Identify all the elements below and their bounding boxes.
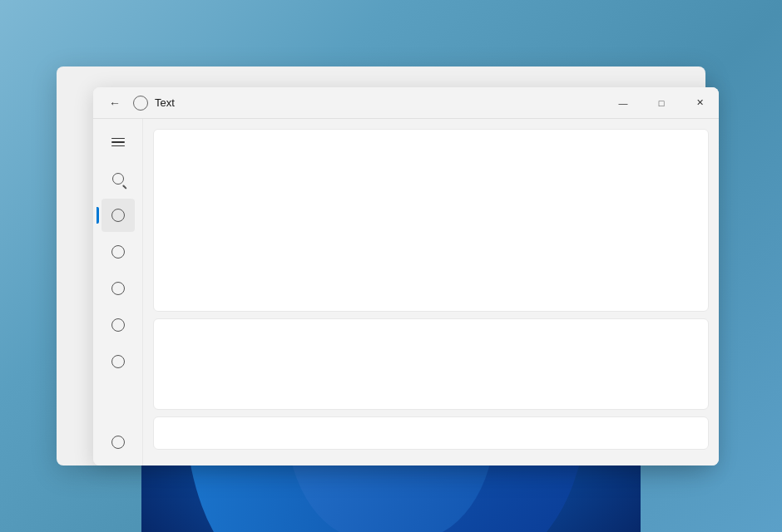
content-panel-3	[153, 416, 709, 450]
main-window: ← Text — □ ✕	[93, 87, 719, 466]
title-bar: ← Text — □ ✕	[93, 87, 719, 119]
content-panel-1	[153, 129, 709, 312]
minimize-button[interactable]: —	[604, 87, 642, 119]
title-icon	[133, 96, 148, 111]
sidebar-item-3[interactable]	[101, 272, 135, 305]
content-area	[143, 119, 719, 466]
nav-circle-icon-5	[111, 355, 125, 368]
sidebar-item-search[interactable]	[101, 162, 135, 195]
window-title: Text	[155, 96, 175, 109]
sidebar-item-2[interactable]	[101, 235, 135, 268]
close-button[interactable]: ✕	[681, 87, 719, 119]
maximize-icon: □	[659, 98, 665, 108]
sidebar-item-5[interactable]	[101, 345, 135, 378]
back-button[interactable]: ←	[103, 91, 126, 115]
minimize-icon: —	[619, 98, 628, 108]
maximize-button[interactable]: □	[642, 87, 681, 119]
window-body	[93, 119, 719, 466]
title-bar-left: ← Text	[103, 91, 604, 115]
nav-circle-icon-6	[111, 436, 125, 449]
window-controls: — □ ✕	[604, 87, 719, 119]
sidebar-item-menu[interactable]	[101, 126, 135, 159]
nav-circle-icon-2	[111, 245, 125, 259]
content-panel-2	[153, 318, 709, 410]
sidebar-item-4[interactable]	[101, 308, 135, 342]
back-icon: ←	[109, 96, 121, 110]
hamburger-icon	[111, 138, 125, 147]
sidebar-item-6[interactable]	[101, 426, 135, 459]
nav-circle-icon-4	[111, 318, 125, 332]
sidebar	[93, 119, 143, 466]
search-icon	[112, 173, 124, 185]
close-icon: ✕	[696, 97, 704, 108]
nav-circle-icon-1	[111, 209, 125, 222]
nav-circle-icon-3	[111, 282, 125, 295]
sidebar-item-1[interactable]	[101, 199, 135, 232]
